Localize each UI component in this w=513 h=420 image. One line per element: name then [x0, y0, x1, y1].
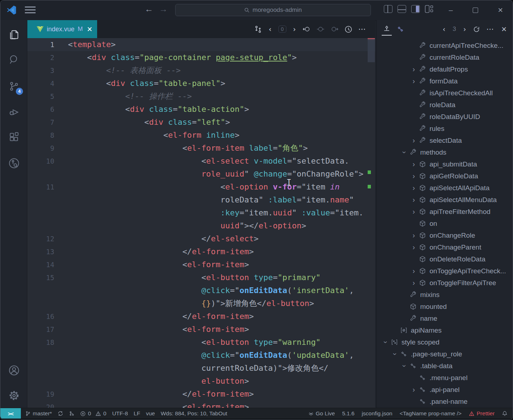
outline-item[interactable]: on [377, 218, 513, 229]
code-line[interactable]: 2<div class="page-container page-setup_r… [27, 51, 375, 64]
code-line[interactable]: 17<el-form-item> [27, 323, 375, 336]
chevron-down-icon[interactable]: › [382, 337, 390, 348]
outline-item[interactable]: ›onChnageParent [377, 241, 513, 253]
more-actions-icon[interactable]: ⋯ [358, 25, 367, 33]
chevron-right-icon[interactable]: › [408, 172, 419, 180]
language-mode-item[interactable]: vue [146, 410, 155, 417]
menu-icon[interactable] [25, 6, 36, 14]
outline-item[interactable]: name [377, 312, 513, 324]
code-line[interactable]: @click="onEditData('updateData', [27, 349, 375, 362]
outline-item[interactable]: ›selectData [377, 134, 513, 146]
clock-icon[interactable] [345, 26, 352, 33]
go-forward-arrow-icon[interactable]: → [158, 4, 169, 14]
sync-button[interactable] [58, 411, 63, 416]
overview-ruler[interactable] [366, 38, 375, 408]
split-editor-icon[interactable] [384, 5, 392, 13]
circle-arrow-right-icon[interactable] [331, 26, 339, 32]
code-line[interactable]: 11<el-option v-for="item in [27, 181, 375, 193]
outline-item[interactable]: rules [377, 123, 513, 134]
code-line[interactable]: 20<el-form-item> [27, 401, 375, 408]
code-line[interactable]: uuid"></el-option> [27, 219, 375, 232]
outline-item[interactable]: apiNames [377, 324, 513, 336]
circle-arrow-left-icon[interactable] [303, 26, 310, 32]
close-panel-icon[interactable]: ✕ [501, 25, 507, 33]
next-change-icon[interactable]: › [292, 25, 296, 33]
code-line[interactable]: 19</el-form-item> [27, 388, 375, 401]
git-branch-item[interactable]: master* [25, 410, 52, 417]
eol-item[interactable]: LF [134, 410, 140, 417]
chevron-right-icon[interactable]: › [408, 207, 419, 216]
chevron-down-icon[interactable]: › [391, 349, 399, 360]
code-line[interactable]: 16</el-form-item> [27, 310, 375, 323]
chevron-right-icon[interactable]: › [408, 279, 419, 287]
outline-item[interactable]: ›formData [377, 75, 513, 87]
outline-item[interactable]: ›methods [377, 146, 513, 158]
chevron-right-icon[interactable]: › [408, 160, 419, 168]
outline-item[interactable]: ›defaultProps [377, 63, 513, 75]
commit-graph-button[interactable] [69, 411, 74, 416]
ruleset-icon[interactable] [397, 26, 404, 33]
outline-item[interactable]: ›onToggleApiTreeCheck... [377, 265, 513, 277]
code-line[interactable]: 15<el-button type="primary" [27, 271, 375, 284]
code-line[interactable]: 18<el-button type="warning" [27, 336, 375, 349]
settings-gear-icon[interactable] [0, 386, 27, 405]
code-editor[interactable]: 1<template>2<div class="page-container p… [27, 38, 375, 408]
sidebar-item-search[interactable] [0, 50, 27, 69]
outline-item[interactable]: ›.table-data [377, 360, 513, 372]
command-center-search[interactable]: moregoods-admin [175, 4, 371, 16]
code-line[interactable]: @click="onEditData('insertData', [27, 284, 375, 297]
sidebar-item-run-debug[interactable] [0, 103, 27, 122]
code-line[interactable]: 12</el-select> [27, 232, 375, 245]
outline-item[interactable]: currentApiTreeChecke... [377, 40, 513, 51]
chevron-right-icon[interactable]: › [408, 184, 419, 192]
jsconfig-item[interactable]: jsconfig.json [362, 410, 392, 417]
outline-item[interactable]: mixins [377, 289, 513, 301]
outline-item[interactable]: roleDataByUUID [377, 111, 513, 123]
outline-item[interactable]: ›apiSelectAllApiData [377, 182, 513, 194]
chevron-right-icon[interactable]: › [408, 136, 419, 145]
notifications-bell-icon[interactable] [502, 411, 508, 416]
code-line[interactable]: 6<div class="table-action"> [27, 103, 375, 116]
outline-item[interactable]: currentRoleData [377, 51, 513, 63]
code-line[interactable]: 3<!-- 表格面板 --> [27, 64, 375, 77]
chevron-down-icon[interactable]: › [400, 147, 409, 158]
code-line[interactable]: 14<el-form-item> [27, 258, 375, 271]
toggle-panel-icon[interactable] [398, 5, 406, 13]
code-line[interactable]: 1<template> [27, 38, 375, 51]
sidebar-item-source-control-graph[interactable] [0, 154, 27, 173]
chevron-right-icon[interactable]: › [408, 385, 419, 394]
customize-layout-icon[interactable] [425, 5, 433, 13]
outline-item[interactable]: mounted [377, 301, 513, 312]
code-line[interactable]: 10<el-select v-model="selectData. [27, 155, 375, 168]
circle-outline-icon[interactable] [317, 26, 324, 32]
caret-info-item[interactable]: Wds: 884, Pos: 10, TabOut [161, 410, 227, 417]
code-line[interactable]: el-button> [27, 375, 375, 388]
code-line[interactable]: 9<el-form-item label="角色"> [27, 142, 375, 155]
code-line[interactable]: role_uuid" @change="onChangeRole"> [27, 168, 375, 181]
encoding-item[interactable]: UTF-8 [112, 410, 128, 417]
outline-item[interactable]: .panel-name [377, 396, 513, 407]
outline-item[interactable]: .menu-panel [377, 372, 513, 384]
code-line[interactable]: 8<el-form inline> [27, 129, 375, 142]
code-line[interactable]: currentRoleData)">修改角色</ [27, 362, 375, 375]
outline-item[interactable]: isApiTreeCheckedAll [377, 87, 513, 99]
sidebar-item-extensions[interactable] [0, 128, 27, 147]
account-icon[interactable] [0, 361, 27, 380]
tab-index-vue[interactable]: index.vue M ✕ [27, 20, 97, 38]
previous-change-icon[interactable]: ‹ [268, 25, 272, 33]
chevron-right-icon[interactable]: › [408, 65, 419, 73]
prev-result-icon[interactable]: ‹ [442, 25, 446, 33]
refresh-icon[interactable] [473, 26, 480, 33]
code-line[interactable]: 13</el-form-item> [27, 245, 375, 258]
outline-item[interactable]: roleData [377, 99, 513, 111]
outline-item[interactable]: ›onToggleFilterApiTree [377, 277, 513, 289]
toggle-secondary-sidebar-icon[interactable] [411, 5, 420, 13]
pin-symbol-icon[interactable] [383, 25, 390, 33]
prettier-item[interactable]: Prettier [469, 410, 495, 417]
maximize-icon[interactable] [468, 3, 482, 17]
problems-item[interactable]: 0 0 [80, 410, 106, 417]
next-result-icon[interactable]: › [463, 25, 467, 33]
outline-item[interactable]: onDeleteRoleData [377, 253, 513, 265]
outline-item[interactable]: ›apiGetRoleData [377, 170, 513, 182]
sidebar-item-explorer[interactable] [0, 25, 27, 44]
